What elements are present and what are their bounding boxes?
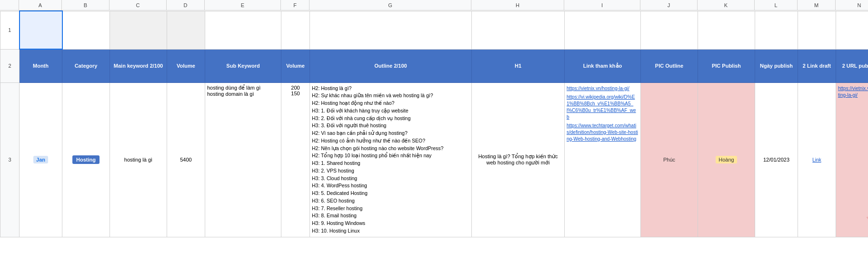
- spreadsheet: A B C D E F G H I J K L M N: [0, 0, 868, 275]
- header-main-keyword: Main keyword 2/100: [110, 49, 167, 82]
- col-header-h[interactable]: H: [471, 0, 564, 10]
- outline-line-1: H2: Hosting là gì?: [312, 85, 469, 92]
- month-badge: Jan: [33, 156, 48, 163]
- outline-line-12: H3: 2. VPS hosting: [312, 167, 469, 175]
- cell-pic-publish[interactable]: Hoàng: [698, 82, 755, 237]
- row-num-1: 1: [0, 11, 20, 49]
- header-category: Category: [62, 49, 110, 82]
- cell-pic-outline[interactable]: Phúc: [641, 82, 698, 237]
- main-keyword-value: hosting là gì: [124, 157, 152, 163]
- row-num-2: 2: [0, 49, 20, 82]
- cell-month[interactable]: Jan: [20, 82, 62, 237]
- col-header-n[interactable]: N: [836, 0, 868, 10]
- col-header-g[interactable]: G: [309, 0, 471, 10]
- cell-link-draft[interactable]: Link: [798, 82, 836, 237]
- cell-c1[interactable]: [110, 11, 167, 49]
- cell-ngay-publish[interactable]: 12/01/2023: [755, 82, 798, 237]
- category-badge: Hosting: [72, 155, 100, 164]
- header-pic-publish: PIC Publish: [698, 49, 755, 82]
- col-header-k[interactable]: K: [698, 0, 755, 10]
- cell-h1[interactable]: Hosting là gì? Tổng hợp kiến thức web ho…: [472, 82, 565, 237]
- link-ref-3[interactable]: https://www.techtarget.com/whatis/defini…: [567, 123, 638, 142]
- cell-n1[interactable]: [836, 11, 868, 49]
- cell-e1[interactable]: [205, 11, 281, 49]
- cell-sub-volume[interactable]: 200 150: [281, 82, 310, 237]
- sub-volume-line1: 200: [283, 85, 308, 91]
- cell-k1[interactable]: [698, 11, 755, 49]
- outline-line-6: H3: 3. Đối với người thuê hosting: [312, 122, 469, 130]
- header-month: Month: [20, 49, 62, 82]
- col-header-l[interactable]: L: [755, 0, 798, 10]
- col-header-c[interactable]: C: [110, 0, 167, 10]
- volume-value: 5400: [180, 157, 191, 163]
- cell-l1[interactable]: [755, 11, 798, 49]
- outline-line-16: H3: 6. SEO hosting: [312, 197, 469, 205]
- outline-line-4: H3: 1. Đối với khách hàng truy cập websi…: [312, 107, 469, 115]
- cell-g1[interactable]: [310, 11, 472, 49]
- column-headers-row: A B C D E F G H I J K L M N: [0, 0, 868, 10]
- h1-value: Hosting là gì? Tổng hợp kiến thức web ho…: [478, 153, 558, 165]
- outline-line-18: H3: 8. Email hosting: [312, 212, 469, 220]
- outline-content: H2: Hosting là gì? H2: Sự khác nhau giữa…: [312, 85, 469, 235]
- outline-line-13: H3: 3. Cloud hosting: [312, 175, 469, 183]
- header-h1: H1: [472, 49, 565, 82]
- header-link-tham-khao: Link tham khảo: [565, 49, 641, 82]
- cell-h1[interactable]: [472, 11, 565, 49]
- cell-d1[interactable]: [167, 11, 205, 49]
- cell-b1[interactable]: [62, 11, 110, 49]
- cell-volume[interactable]: 5400: [167, 82, 205, 237]
- sub-volume-line2: 150: [283, 91, 308, 96]
- outline-line-5: H3: 2. Đối với nhà cung cấp dịch vụ host…: [312, 115, 469, 122]
- header-pic-outline: PIC Outline: [641, 49, 698, 82]
- col-header-d[interactable]: D: [167, 0, 205, 10]
- cell-category[interactable]: Hosting: [62, 82, 110, 237]
- outline-line-19: H3: 9. Hosting Windows: [312, 220, 469, 227]
- outline-line-11: H3: 1. Shared hosting: [312, 160, 469, 167]
- link-draft-value[interactable]: Link: [812, 157, 821, 163]
- pic-outline-value: Phúc: [660, 156, 678, 163]
- col-header-e[interactable]: E: [205, 0, 281, 10]
- link-ref-1[interactable]: https://vietnix.vn/hosting-la-gi/: [567, 86, 629, 91]
- cell-f1[interactable]: [281, 11, 310, 49]
- outline-line-7: H2: Vì sao bạn cần phải sử dụng hosting?: [312, 130, 469, 137]
- row-1: 1: [0, 11, 868, 49]
- header-sub-keyword: Sub Keyword: [205, 49, 281, 82]
- outline-line-20: H3: 10. Hosting Linux: [312, 227, 469, 235]
- header-volume: Volume: [167, 49, 205, 82]
- cell-m1[interactable]: [798, 11, 836, 49]
- cell-main-keyword[interactable]: hosting là gì: [110, 82, 167, 237]
- outline-line-14: H3: 4. WordPess hosting: [312, 182, 469, 190]
- outline-line-17: H3: 7. Reseller hosting: [312, 205, 469, 213]
- header-outline: Outline 2/100: [310, 49, 472, 82]
- outline-line-2: H2: Sự khác nhau giữa tên miền và web ho…: [312, 92, 469, 100]
- sheet-table: 1 2 Month Category Ma: [0, 10, 868, 237]
- row-3-data: 3 Jan Hosting hosting là gì 5400 hosting…: [0, 82, 868, 237]
- cell-url-publish[interactable]: https://vietnix.vn/hosting-la-gi/ V: [836, 82, 868, 237]
- outline-line-9: H2: Nên lựa chọn gói hosting nào cho web…: [312, 145, 469, 153]
- header-sub-volume: Volume: [281, 49, 310, 82]
- col-header-f[interactable]: F: [281, 0, 309, 10]
- col-header-i[interactable]: I: [564, 0, 640, 10]
- col-header-j[interactable]: J: [640, 0, 698, 10]
- cell-link-tham-khao[interactable]: https://vietnix.vn/hosting-la-gi/ https:…: [565, 82, 641, 237]
- cell-i1[interactable]: [565, 11, 641, 49]
- outline-line-3: H2: Hosting hoạt động như thế nào?: [312, 100, 469, 107]
- outline-line-15: H3: 5. Dedicated Hosting: [312, 190, 469, 197]
- header-ngay-publish: Ngày publish: [755, 49, 798, 82]
- col-header-m[interactable]: M: [798, 0, 836, 10]
- col-header-b[interactable]: B: [62, 0, 110, 10]
- row-2-header: 2 Month Category Main keyword 2/100 Volu…: [0, 49, 868, 82]
- header-link-draft: 2 Link draft: [798, 49, 836, 82]
- outline-line-10: H2: Tổng hợp 10 loại hosting phổ biến nh…: [312, 152, 469, 160]
- cell-a1[interactable]: [20, 11, 62, 49]
- corner-cell: [0, 0, 19, 10]
- link-ref-2[interactable]: https://vi.wikipedia.org/wiki/D%E1%BB%8B…: [567, 94, 636, 120]
- ngay-publish-value: 12/01/2023: [763, 157, 789, 163]
- col-header-a[interactable]: A: [19, 0, 62, 10]
- url-publish-value[interactable]: https://vietnix.vn/hosting-la-gi/: [838, 86, 868, 98]
- cell-j1[interactable]: [641, 11, 698, 49]
- cell-outline[interactable]: H2: Hosting là gì? H2: Sự khác nhau giữa…: [310, 82, 472, 237]
- cell-sub-keyword[interactable]: hosting dùng để làm gì hosting domain là…: [205, 82, 281, 237]
- outline-line-8: H2: Hosting có ảnh hưởng như thế nào đến…: [312, 137, 469, 145]
- sub-keyword-line1: hosting dùng để làm gì: [207, 85, 279, 91]
